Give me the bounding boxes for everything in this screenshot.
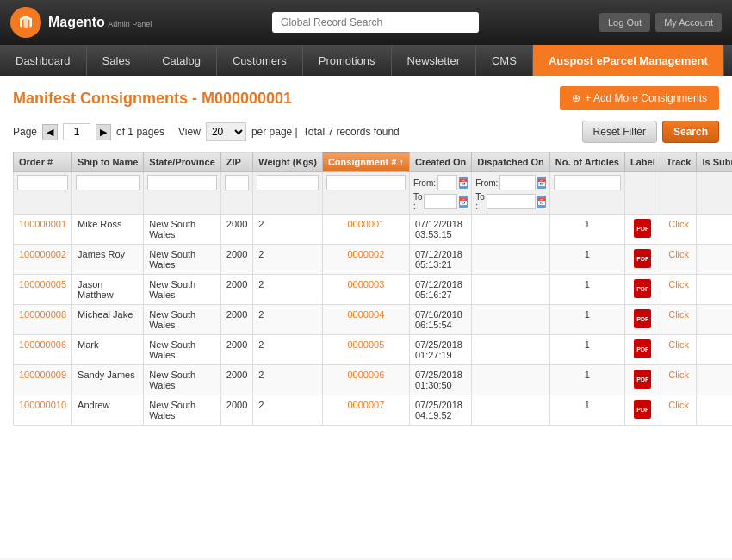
order-link[interactable]: 100000010 (19, 400, 66, 410)
pdf-icon[interactable]: PDF (634, 279, 651, 298)
dispatched-from-calendar-icon[interactable]: 📅 (537, 177, 546, 189)
nav-item-dashboard[interactable]: Dashboard (0, 45, 87, 76)
cell-ship-name: Jason Matthew (72, 275, 144, 305)
nav-item-catalog[interactable]: Catalog (146, 45, 217, 76)
filter-articles[interactable] (549, 172, 624, 215)
track-click-link[interactable]: Click (668, 309, 689, 320)
track-click-link[interactable]: Click (668, 370, 689, 380)
cell-label: PDF (625, 335, 661, 365)
filter-state-input[interactable] (147, 175, 216, 190)
consignment-link[interactable]: 0000005 (347, 339, 384, 350)
filter-order[interactable] (14, 172, 72, 215)
add-consignments-button[interactable]: ⊕ + Add More Consignments (560, 86, 719, 110)
page-number-input[interactable] (63, 123, 90, 140)
nav-item-sales[interactable]: Sales (87, 45, 147, 76)
nav-item-cms[interactable]: CMS (476, 45, 533, 76)
cell-articles: 1 (549, 245, 624, 275)
created-to-row: To : 📅 (413, 192, 468, 211)
filter-consignment-input[interactable] (326, 175, 406, 190)
filter-consignment[interactable] (322, 172, 409, 215)
dispatched-date-filter: From: 📅 To : 📅 (475, 175, 546, 211)
track-click-link[interactable]: Click (668, 279, 689, 289)
filter-zip-input[interactable] (225, 175, 249, 190)
pdf-icon[interactable]: PDF (634, 249, 651, 268)
order-link[interactable]: 100000009 (19, 370, 66, 380)
filter-weight[interactable] (253, 172, 323, 215)
track-click-link[interactable]: Click (668, 249, 689, 259)
cell-dispatched (472, 335, 550, 365)
global-search-input[interactable] (272, 12, 479, 33)
pdf-icon[interactable]: PDF (634, 309, 651, 328)
cell-articles: 1 (549, 215, 624, 245)
filter-label (625, 172, 661, 215)
nav-item-promotions[interactable]: Promotions (303, 45, 392, 76)
order-link[interactable]: 100000005 (19, 279, 66, 289)
table-filter-row: From: 📅 To : 📅 From: (14, 172, 733, 215)
filter-state[interactable] (144, 172, 220, 215)
col-weight: Weight (Kgs) (253, 152, 323, 172)
created-to-input[interactable] (424, 194, 457, 209)
magento-logo-icon (10, 7, 41, 38)
cell-weight: 2 (253, 275, 323, 305)
track-click-link[interactable]: Click (668, 339, 689, 350)
cell-dispatched (472, 245, 550, 275)
consignment-link[interactable]: 0000002 (347, 249, 384, 259)
main-content: Manifest Consignments - M000000001 ⊕ + A… (0, 76, 732, 558)
filter-weight-input[interactable] (257, 175, 319, 190)
global-search-area[interactable] (272, 12, 479, 33)
prev-page-button[interactable]: ◀ (42, 124, 58, 140)
pdf-icon[interactable]: PDF (634, 219, 651, 238)
pdf-icon[interactable]: PDF (634, 370, 651, 389)
col-track: Track (661, 152, 697, 172)
cell-dispatched (472, 215, 550, 245)
order-link[interactable]: 100000001 (19, 219, 66, 229)
consignment-link[interactable]: 0000001 (347, 219, 384, 229)
cell-state: New South Wales (144, 395, 220, 426)
logout-button[interactable]: Log Out (599, 13, 650, 32)
search-button[interactable]: Search (662, 121, 719, 143)
filter-order-input[interactable] (17, 175, 68, 190)
order-link[interactable]: 100000002 (19, 249, 66, 259)
filter-ship-name[interactable] (72, 172, 144, 215)
dispatched-to-input[interactable] (487, 194, 536, 209)
dispatched-to-calendar-icon[interactable]: 📅 (537, 196, 546, 208)
cell-zip: 2000 (220, 395, 252, 426)
cell-ship-name: Mark (72, 335, 144, 365)
cell-order: 100000008 (14, 305, 72, 335)
dispatched-to-row: To : 📅 (475, 192, 546, 211)
cell-track: Click (661, 275, 697, 305)
per-page-select[interactable]: 20 50 100 (206, 122, 246, 141)
consignment-link[interactable]: 0000007 (347, 400, 384, 410)
pdf-icon[interactable]: PDF (634, 400, 651, 419)
created-to-calendar-icon[interactable]: 📅 (459, 196, 468, 208)
track-click-link[interactable]: Click (668, 400, 689, 410)
nav-item-auspost[interactable]: Auspost eParcel Management (533, 45, 724, 76)
nav-item-customers[interactable]: Customers (217, 45, 303, 76)
order-link[interactable]: 100000008 (19, 309, 66, 320)
consignment-link[interactable]: 0000006 (347, 370, 384, 380)
pdf-icon[interactable]: PDF (634, 339, 651, 358)
consignments-table: Order # Ship to Name State/Province ZIP … (13, 152, 732, 426)
cell-created-on: 07/25/2018 01:27:19 (409, 335, 471, 365)
cell-consignment: 0000001 (322, 215, 409, 245)
pagination-bar: Page ◀ ▶ of 1 pages View 20 50 100 per p… (13, 121, 719, 143)
consignment-link[interactable]: 0000003 (347, 279, 384, 289)
col-created-on: Created On (409, 152, 471, 172)
filter-articles-input[interactable] (554, 175, 621, 190)
created-from-input[interactable] (437, 175, 457, 190)
filter-zip[interactable] (220, 172, 252, 215)
created-from-calendar-icon[interactable]: 📅 (459, 177, 468, 189)
reset-filter-button[interactable]: Reset Filter (582, 121, 657, 143)
nav-item-newsletter[interactable]: Newsletter (392, 45, 476, 76)
consignment-link[interactable]: 0000004 (347, 309, 384, 320)
track-click-link[interactable]: Click (668, 219, 689, 229)
table-header-row: Order # Ship to Name State/Province ZIP … (14, 152, 733, 172)
my-account-button[interactable]: My Account (655, 13, 722, 32)
cell-state: New South Wales (144, 305, 220, 335)
dispatched-from-input[interactable] (499, 175, 536, 190)
table-row: 100000001 Mike Ross New South Wales 2000… (14, 215, 733, 245)
order-link[interactable]: 100000006 (19, 339, 66, 350)
next-page-button[interactable]: ▶ (96, 124, 111, 140)
cell-submitted: ✕ (697, 275, 732, 305)
filter-ship-name-input[interactable] (76, 175, 140, 190)
